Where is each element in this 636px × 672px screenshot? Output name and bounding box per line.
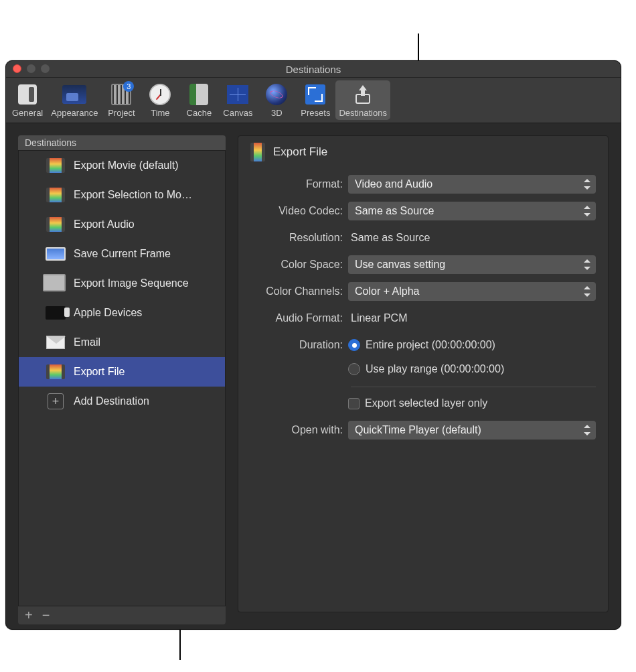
destination-settings-panel: Export File Format: Video and Audio Vide… [238,135,609,612]
select-open-with[interactable]: QuickTime Player (default) [348,421,596,440]
label-duration: Duration: [250,339,348,351]
window-controls [13,64,50,73]
sidebar-item-label: Apple Devices [74,307,142,319]
close-button[interactable] [13,64,21,73]
radio-label: Entire project (00:00:00:00) [366,339,495,351]
row-duration-entire: Duration: Entire project (00:00:00:00) [250,336,596,354]
sidebar-item-export-file[interactable]: Export File [19,357,225,387]
select-color-space[interactable]: Use canvas setting [348,255,596,274]
tab-destinations[interactable]: Destinations [335,80,390,120]
panel-title: Export File [273,145,327,159]
film-icon [46,157,66,174]
add-destination-button[interactable]: + [25,608,33,623]
sidebar-item-label: Email [74,336,100,348]
label-audio-format: Audio Format: [250,312,348,324]
destinations-sidebar: Destinations Export Movie (default) Expo… [18,135,226,624]
content-area: Destinations Export Movie (default) Expo… [6,123,621,624]
select-value: Same as Source [355,205,434,217]
cache-icon [185,82,213,107]
tab-canvas[interactable]: Canvas [219,80,256,120]
row-resolution: Resolution: Same as Source [250,228,596,247]
window-title: Destinations [286,64,341,75]
radio-play-range[interactable] [348,363,360,375]
sidebar-item-label: Export Selection to Mo… [74,189,192,201]
sidebar-item-save-frame[interactable]: Save Current Frame [19,239,225,269]
sidebar-item-label: Export Image Sequence [74,277,189,289]
sidebar-item-label: Save Current Frame [74,248,171,260]
select-video-codec[interactable]: Same as Source [348,202,596,220]
chevron-updown-icon [584,179,590,190]
select-value: Video and Audio [355,178,432,190]
label-format: Format: [250,178,348,190]
radio-label: Use play range (00:00:00:00) [366,363,504,375]
select-value: QuickTime Player (default) [355,424,481,436]
stopwatch-icon [146,82,174,107]
tab-general[interactable]: General [9,80,46,120]
sidebar-item-label: Export File [74,366,125,378]
select-value: Color + Alpha [355,285,420,297]
row-color-space: Color Space: Use canvas setting [250,255,596,274]
frame-icon [46,245,66,263]
row-color-channels: Color Channels: Color + Alpha [250,282,596,301]
envelope-icon [46,334,66,351]
row-duration-range: Use play range (00:00:00:00) [250,360,596,379]
tab-label: Cache [187,108,212,118]
select-color-channels[interactable]: Color + Alpha [348,282,596,301]
tab-project[interactable]: Project [102,80,140,120]
label-resolution: Resolution: [250,232,348,244]
sidebar-item-add-destination[interactable]: + Add Destination [19,387,225,416]
tab-appearance[interactable]: Appearance [48,80,101,120]
divider [351,387,596,387]
tab-3d[interactable]: 3D [258,80,295,120]
select-format[interactable]: Video and Audio [348,175,596,194]
plus-box-icon: + [46,393,66,410]
tab-label: General [12,108,43,118]
sidebar-item-label: Export Audio [74,218,135,230]
minimize-button[interactable] [27,64,35,73]
sidebar-item-label: Export Movie (default) [74,159,179,172]
tab-presets[interactable]: Presets [297,80,334,120]
preferences-toolbar: General Appearance Project Time Cache Ca… [6,78,621,123]
checkbox-export-selected-layer[interactable] [348,398,360,409]
sidebar-item-apple-devices[interactable]: Apple Devices [19,298,225,328]
value-audio-format: Linear PCM [348,312,407,324]
label-color-channels: Color Channels: [250,285,348,297]
radio-entire-project[interactable] [348,339,360,351]
sidebar-item-image-sequence[interactable]: Export Image Sequence [19,269,225,298]
tab-label: 3D [271,108,283,118]
tab-label: Presets [301,108,330,118]
film-icon [250,143,265,161]
titlebar: Destinations [6,61,621,78]
film-icon [46,216,66,233]
label-video-codec: Video Codec: [250,205,348,217]
chevron-updown-icon [584,286,590,297]
canvas-icon [224,82,252,107]
label-open-with: Open with: [250,424,348,436]
destinations-list: Export Movie (default) Export Selection … [18,151,226,606]
image-sequence-icon [46,275,66,292]
project-icon [107,82,135,107]
tab-label: Appearance [51,108,98,118]
tab-label: Time [151,108,169,118]
zoom-button[interactable] [41,64,50,73]
sidebar-item-export-audio[interactable]: Export Audio [19,210,225,239]
tab-label: Canvas [223,108,252,118]
value-resolution: Same as Source [348,232,430,244]
label-color-space: Color Space: [250,259,348,271]
row-export-selected: Export selected layer only [250,394,596,413]
globe-3d-icon [262,82,291,107]
sidebar-item-export-movie[interactable]: Export Movie (default) [19,151,225,180]
film-icon [46,363,66,381]
apple-devices-icon [46,304,66,322]
chevron-updown-icon [584,206,590,216]
tab-cache[interactable]: Cache [180,80,218,120]
chevron-updown-icon [584,259,590,270]
remove-destination-button[interactable]: − [42,608,50,623]
sidebar-item-email[interactable]: Email [19,328,225,357]
row-audio-format: Audio Format: Linear PCM [250,309,596,328]
appearance-icon [60,82,88,107]
sidebar-footer: + − [18,606,226,624]
tab-time[interactable]: Time [141,80,179,120]
sidebar-item-export-selection[interactable]: Export Selection to Mo… [19,180,225,210]
sidebar-header: Destinations [18,135,226,151]
